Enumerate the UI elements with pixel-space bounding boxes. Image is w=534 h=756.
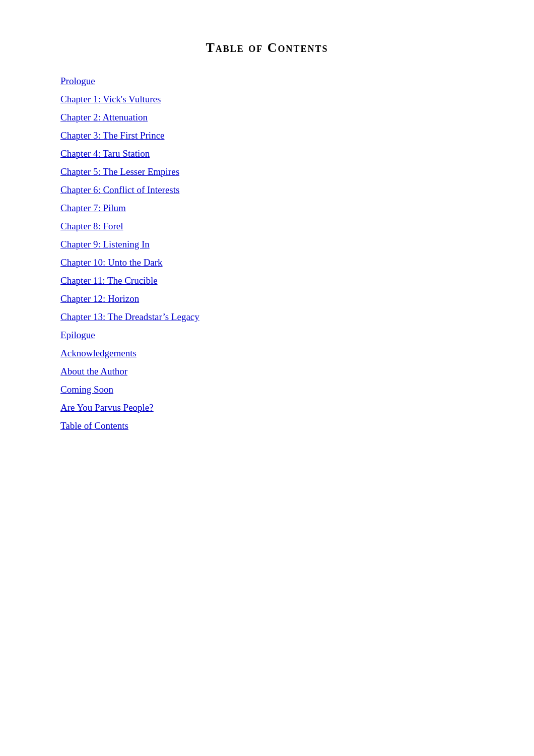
list-item: Chapter 7: Pilum [60,203,474,214]
list-item: Are You Parvus People? [60,402,474,413]
toc-link-2[interactable]: Chapter 2: Attenuation [60,112,148,122]
toc-link-3[interactable]: Chapter 3: The First Prince [60,130,165,141]
list-item: Chapter 5: The Lesser Empires [60,166,474,177]
toc-link-6[interactable]: Chapter 6: Conflict of Interests [60,184,179,195]
list-item: Chapter 3: The First Prince [60,130,474,141]
toc-link-5[interactable]: Chapter 5: The Lesser Empires [60,166,179,177]
toc-link-9[interactable]: Chapter 9: Listening In [60,239,150,249]
list-item: Chapter 6: Conflict of Interests [60,184,474,196]
toc-link-13[interactable]: Chapter 13: The Dreadstar’s Legacy [60,311,199,322]
list-item: About the Author [60,366,474,377]
toc-link-1[interactable]: Chapter 1: Vick's Vultures [60,94,161,104]
toc-link-4[interactable]: Chapter 4: Taru Station [60,148,150,159]
toc-link-18[interactable]: Are You Parvus People? [60,402,154,413]
list-item: Chapter 8: Forel [60,221,474,232]
toc-link-14[interactable]: Epilogue [60,330,95,340]
list-item: Chapter 9: Listening In [60,239,474,250]
toc-link-10[interactable]: Chapter 10: Unto the Dark [60,257,163,268]
toc-link-19[interactable]: Table of Contents [60,420,128,431]
list-item: Chapter 10: Unto the Dark [60,257,474,268]
list-item: Table of Contents [60,420,474,431]
toc-link-15[interactable]: Acknowledgements [60,348,137,358]
toc-link-12[interactable]: Chapter 12: Horizon [60,293,139,304]
list-item: Acknowledgements [60,348,474,359]
toc-link-0[interactable]: Prologue [60,76,95,86]
list-item: Coming Soon [60,384,474,395]
list-item: Chapter 4: Taru Station [60,148,474,159]
list-item: Epilogue [60,330,474,341]
toc-link-17[interactable]: Coming Soon [60,384,113,395]
list-item: Chapter 2: Attenuation [60,112,474,123]
list-item: Prologue [60,76,474,87]
list-item: Chapter 13: The Dreadstar’s Legacy [60,311,474,323]
toc-link-7[interactable]: Chapter 7: Pilum [60,203,126,213]
toc-link-11[interactable]: Chapter 11: The Crucible [60,275,158,286]
toc-link-8[interactable]: Chapter 8: Forel [60,221,123,231]
list-item: Chapter 11: The Crucible [60,275,474,286]
page-title: Table of Contents [60,40,474,55]
toc-list: PrologueChapter 1: Vick's VulturesChapte… [60,76,474,431]
list-item: Chapter 12: Horizon [60,293,474,304]
list-item: Chapter 1: Vick's Vultures [60,94,474,105]
toc-link-16[interactable]: About the Author [60,366,127,376]
